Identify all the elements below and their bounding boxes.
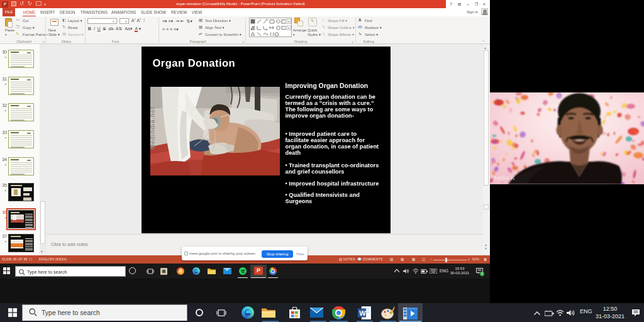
svg-text:W: W — [359, 309, 366, 317]
svg-text:Neha K: Neha K — [494, 174, 515, 181]
svg-text:Medindia.net: Medindia.net — [150, 106, 156, 149]
